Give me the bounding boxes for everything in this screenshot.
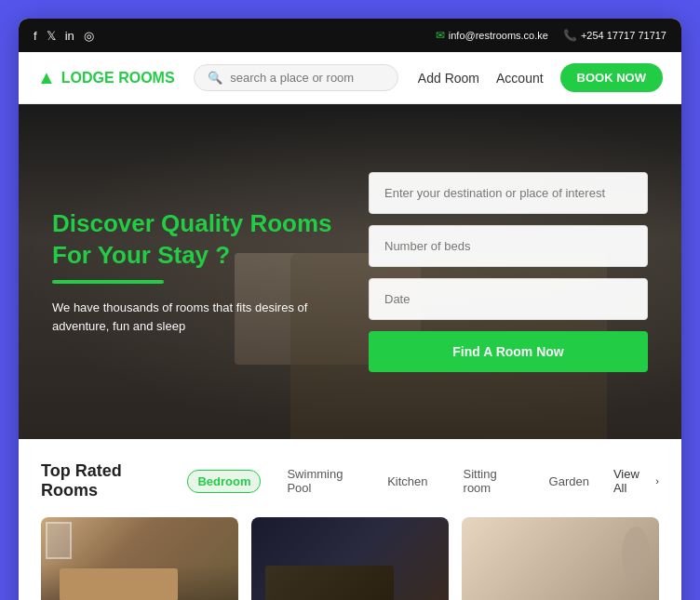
nav-right: Add Room Account BOOK NOW bbox=[418, 63, 663, 92]
search-bar[interactable]: 🔍 bbox=[194, 64, 398, 91]
logo-tree-icon: ▲ bbox=[37, 67, 56, 88]
rooms-grid bbox=[41, 517, 659, 600]
room-card-1[interactable] bbox=[41, 517, 238, 600]
top-bar: f 𝕏 in ◎ ✉ info@restrooms.co.ke 📞 +254 1… bbox=[19, 19, 681, 52]
beds-input[interactable] bbox=[369, 225, 648, 267]
search-input[interactable] bbox=[230, 71, 379, 85]
date-input[interactable] bbox=[369, 278, 648, 320]
filter-bedroom[interactable]: Bedroom bbox=[187, 470, 261, 493]
room-card-3[interactable] bbox=[462, 517, 659, 600]
email-contact: ✉ info@restrooms.co.ke bbox=[436, 29, 548, 42]
filter-tabs: Bedroom Swimming Pool Kitchen Sitting ro… bbox=[187, 463, 599, 499]
account-link[interactable]: Account bbox=[496, 71, 544, 86]
window-decor-1 bbox=[46, 522, 72, 559]
filter-garden[interactable]: Garden bbox=[540, 471, 599, 492]
contact-info: ✉ info@restrooms.co.ke 📞 +254 17717 7171… bbox=[436, 29, 666, 42]
view-all-text: View All bbox=[613, 467, 652, 495]
rooms-section: Top Rated Rooms Bedroom Swimming Pool Ki… bbox=[19, 439, 681, 600]
find-room-button[interactable]: Find A Room Now bbox=[369, 331, 648, 372]
hero-form: Find A Room Now bbox=[369, 172, 648, 372]
room-image-1 bbox=[41, 517, 238, 600]
linkedin-icon[interactable]: in bbox=[65, 29, 74, 43]
social-icons: f 𝕏 in ◎ bbox=[34, 29, 94, 43]
rooms-title: Top Rated Rooms bbox=[41, 461, 172, 500]
view-all-chevron-icon: › bbox=[655, 475, 659, 487]
book-now-button[interactable]: BOOK NOW bbox=[560, 63, 663, 92]
filter-sitting-room[interactable]: Sitting room bbox=[454, 463, 523, 499]
rooms-header: Top Rated Rooms Bedroom Swimming Pool Ki… bbox=[41, 461, 659, 500]
add-room-link[interactable]: Add Room bbox=[418, 71, 479, 86]
phone-icon: 📞 bbox=[563, 29, 577, 42]
email-icon: ✉ bbox=[436, 29, 445, 42]
logo-text: LODGE ROOMS bbox=[61, 70, 175, 87]
filter-swimming-pool[interactable]: Swimming Pool bbox=[277, 463, 361, 499]
instagram-icon[interactable]: ◎ bbox=[84, 29, 94, 43]
view-all-link[interactable]: View All › bbox=[613, 467, 659, 495]
hero-divider bbox=[52, 280, 164, 284]
phone-contact: 📞 +254 17717 71717 bbox=[563, 29, 666, 42]
phone-text: +254 17717 71717 bbox=[581, 30, 666, 41]
hero-content: Discover Quality Rooms For Your Stay ? W… bbox=[52, 208, 341, 336]
hero-section: Discover Quality Rooms For Your Stay ? W… bbox=[19, 104, 681, 439]
facebook-icon[interactable]: f bbox=[34, 29, 37, 43]
room-image-3 bbox=[462, 517, 659, 600]
email-text: info@restrooms.co.ke bbox=[449, 30, 548, 41]
search-icon: 🔍 bbox=[208, 71, 222, 85]
browser-frame: f 𝕏 in ◎ ✉ info@restrooms.co.ke 📞 +254 1… bbox=[19, 19, 681, 600]
logo[interactable]: ▲ LODGE ROOMS bbox=[37, 67, 175, 88]
twitter-icon[interactable]: 𝕏 bbox=[47, 29, 56, 43]
room-image-2 bbox=[251, 517, 449, 600]
destination-input[interactable] bbox=[369, 172, 648, 214]
hero-subtitle: We have thousands of rooms that fits des… bbox=[52, 299, 341, 335]
room-card-2[interactable] bbox=[251, 517, 449, 600]
filter-kitchen[interactable]: Kitchen bbox=[378, 471, 437, 492]
hero-title: Discover Quality Rooms For Your Stay ? bbox=[52, 208, 341, 272]
navbar: ▲ LODGE ROOMS 🔍 Add Room Account BOOK NO… bbox=[19, 52, 681, 104]
